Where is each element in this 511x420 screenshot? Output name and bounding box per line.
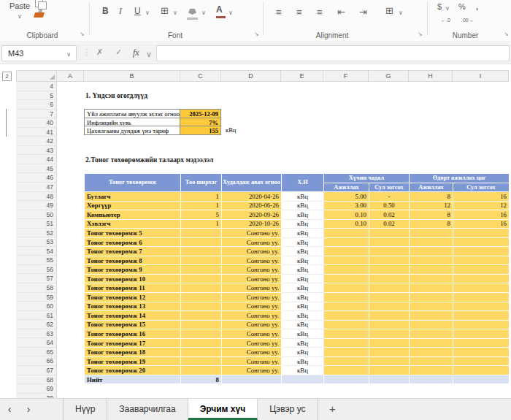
total-qty[interactable]: 8 bbox=[181, 375, 222, 384]
italic-button[interactable]: I bbox=[119, 7, 122, 15]
equipment-cell[interactable]: Тоног төхөөрөмж 7 bbox=[85, 247, 181, 256]
equipment-cell[interactable] bbox=[453, 293, 510, 302]
name-box-chevron-icon[interactable]: ∨ bbox=[66, 51, 71, 58]
header-equipment[interactable]: Тоног төхөөрөмж bbox=[85, 174, 181, 192]
align-center-icon[interactable]: ≡ bbox=[296, 7, 301, 17]
equipment-cell[interactable]: Сонгоно уу. bbox=[222, 265, 282, 275]
name-box[interactable]: M43 ∨ bbox=[1, 45, 77, 61]
equipment-cell[interactable]: Сонгоно уу. bbox=[222, 329, 282, 339]
equipment-cell[interactable]: Тоног төхөөрөмж 13 bbox=[85, 302, 181, 311]
equipment-cell[interactable] bbox=[181, 302, 222, 311]
equipment-cell[interactable] bbox=[324, 356, 369, 366]
equipment-cell[interactable] bbox=[453, 338, 510, 348]
underline-chevron-icon[interactable]: ∨ bbox=[145, 10, 150, 16]
row-header-66[interactable]: 66 bbox=[16, 356, 57, 366]
equipment-cell[interactable] bbox=[410, 338, 453, 348]
equipment-cell[interactable]: кВц bbox=[282, 338, 324, 348]
row-header-42[interactable]: 42 bbox=[16, 137, 57, 146]
equipment-cell[interactable]: 2020-10-26 bbox=[222, 219, 282, 229]
equipment-cell[interactable] bbox=[410, 237, 453, 247]
equipment-cell[interactable]: 2020-06-26 bbox=[222, 201, 282, 210]
equipment-cell[interactable]: кВц bbox=[282, 210, 324, 220]
column-header-G[interactable]: G bbox=[369, 70, 409, 82]
equipment-cell[interactable] bbox=[410, 348, 453, 357]
equipment-cell[interactable]: Бутлагч bbox=[85, 192, 181, 202]
equipment-cell[interactable]: 5.00 bbox=[324, 192, 369, 202]
underline-button[interactable]: U bbox=[134, 7, 141, 15]
equipment-cell[interactable]: кВц bbox=[282, 201, 324, 210]
equipment-cell[interactable] bbox=[453, 265, 510, 275]
equipment-cell[interactable] bbox=[453, 348, 510, 357]
equipment-cell[interactable]: 0.10 bbox=[324, 210, 369, 220]
merge-chevron-icon[interactable]: ∨ bbox=[399, 10, 403, 16]
row-header-51[interactable]: 51 bbox=[16, 219, 57, 229]
equipment-cell[interactable] bbox=[181, 338, 222, 348]
equipment-cell[interactable] bbox=[369, 237, 410, 247]
equipment-cell[interactable]: Сонгоно уу. bbox=[222, 293, 282, 302]
row-header-59[interactable]: 59 bbox=[16, 293, 57, 302]
row-header-44[interactable]: 44 bbox=[16, 155, 57, 164]
outline-level-button[interactable]: 2 bbox=[2, 72, 12, 81]
info-value-cell[interactable]: 155 bbox=[180, 126, 221, 135]
equipment-cell[interactable] bbox=[453, 302, 510, 311]
equipment-cell[interactable]: 16 bbox=[453, 192, 510, 202]
equipment-cell[interactable] bbox=[453, 274, 510, 283]
equipment-cell[interactable] bbox=[324, 237, 369, 247]
row-header-64[interactable]: 64 bbox=[16, 338, 57, 348]
fill-color-chevron-icon[interactable]: ∨ bbox=[201, 10, 206, 16]
equipment-cell[interactable] bbox=[324, 311, 369, 321]
equipment-cell[interactable]: 12 bbox=[453, 201, 510, 210]
equipment-cell[interactable] bbox=[181, 237, 222, 247]
percent-format-button[interactable]: % bbox=[458, 3, 466, 11]
row-header-47[interactable]: 47 bbox=[16, 183, 57, 192]
equipment-cell[interactable]: Сонгоно уу. bbox=[222, 256, 282, 265]
equipment-cell[interactable]: Сонгоно уу. bbox=[222, 283, 282, 293]
equipment-cell[interactable] bbox=[369, 302, 410, 311]
equipment-cell[interactable] bbox=[453, 283, 510, 293]
row-header-55[interactable]: 55 bbox=[16, 256, 57, 265]
row-header-58[interactable]: 58 bbox=[16, 283, 57, 293]
font-dialog-launcher-icon[interactable]: ↘ bbox=[254, 31, 259, 37]
equipment-cell[interactable] bbox=[181, 348, 222, 357]
equipment-cell[interactable] bbox=[453, 329, 510, 339]
equipment-cell[interactable] bbox=[410, 311, 453, 321]
number-dialog-launcher-icon[interactable]: ↘ bbox=[504, 31, 509, 37]
row-header-54[interactable]: 54 bbox=[16, 247, 57, 256]
header-qty[interactable]: Тоо ширхэг bbox=[181, 174, 222, 192]
currency-format-button[interactable]: $ bbox=[437, 3, 442, 11]
equipment-cell[interactable]: Тоног төхөөрөмж 20 bbox=[85, 366, 181, 375]
equipment-cell[interactable] bbox=[410, 247, 453, 256]
equipment-cell[interactable]: Сонгоно уу. bbox=[222, 274, 282, 283]
equipment-cell[interactable]: кВц bbox=[282, 302, 324, 311]
equipment-cell[interactable] bbox=[453, 256, 510, 265]
equipment-cell[interactable]: 8 bbox=[410, 210, 453, 220]
equipment-cell[interactable]: кВц bbox=[282, 366, 324, 375]
header-unit[interactable]: Х.Н bbox=[282, 174, 324, 192]
column-header-D[interactable]: D bbox=[221, 70, 281, 82]
copy-icon[interactable] bbox=[35, 0, 43, 7]
row-header-4[interactable]: 4 bbox=[16, 82, 57, 91]
column-header-H[interactable]: H bbox=[409, 70, 453, 82]
equipment-cell[interactable]: Тоног төхөөрөмж 5 bbox=[85, 229, 181, 238]
equipment-cell[interactable] bbox=[453, 247, 510, 256]
comma-format-button[interactable]: , bbox=[476, 3, 478, 11]
equipment-cell[interactable] bbox=[181, 247, 222, 256]
clipboard-dialog-launcher-icon[interactable]: ↘ bbox=[80, 31, 85, 37]
equipment-cell[interactable] bbox=[369, 229, 410, 238]
equipment-cell[interactable] bbox=[410, 229, 453, 238]
equipment-cell[interactable]: Сонгоно уу. bbox=[222, 338, 282, 348]
equipment-cell[interactable] bbox=[410, 366, 453, 375]
row-header-60[interactable]: 60 bbox=[16, 302, 57, 311]
equipment-cell[interactable]: Сонгоно уу. bbox=[222, 356, 282, 366]
equipment-cell[interactable] bbox=[410, 274, 453, 283]
equipment-cell[interactable] bbox=[453, 237, 510, 247]
equipment-cell[interactable]: кВц bbox=[282, 192, 324, 202]
equipment-cell[interactable]: кВц bbox=[282, 293, 324, 302]
new-sheet-button[interactable]: + bbox=[318, 399, 347, 420]
sheet-tab[interactable]: Нүүр bbox=[63, 399, 107, 420]
equipment-cell[interactable] bbox=[324, 229, 369, 238]
equipment-cell[interactable]: 5 bbox=[181, 210, 222, 220]
equipment-cell[interactable]: Тоног төхөөрөмж 16 bbox=[85, 329, 181, 339]
equipment-cell[interactable]: Тоног төхөөрөмж 14 bbox=[85, 311, 181, 321]
cancel-icon[interactable]: ✗ bbox=[96, 47, 103, 57]
